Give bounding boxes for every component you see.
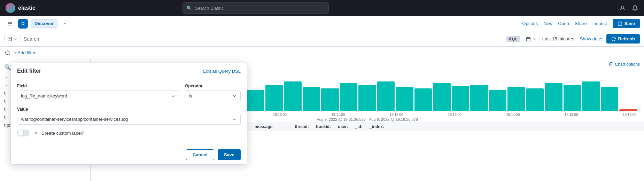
operator-select[interactable]: is [185,90,241,101]
new-link[interactable]: New [543,21,552,26]
search-input[interactable] [24,36,504,42]
time-range-label: Last 15 minutes [542,36,574,41]
modal-body: Field log_file_name.keyword Operator is [11,78,247,145]
global-search-placeholder: Search Elastic [195,6,224,11]
save-button[interactable]: Save [613,19,640,28]
value-input[interactable]: /var/log/container-services/app/containe… [17,114,241,125]
nav-bar: D Discover Options New Open Share Inspec… [0,16,644,31]
search-row: KQL Last 15 minutes Show dates Refresh [0,31,644,47]
global-search-bar[interactable]: 🔍 Search Elastic [183,2,329,14]
app-badge: D [18,19,28,29]
inspect-link[interactable]: Inspect [592,21,607,26]
elastic-logo-icon [6,3,15,13]
modal-overlay: Edit filter Edit as Query DSL Field log_… [0,59,644,181]
operator-group: Operator is [185,84,241,101]
search-type-button[interactable] [4,35,21,43]
nav-right: Options New Open Share Inspect Save [522,19,640,28]
elastic-logo-text: elastic [18,5,36,11]
custom-label-row: ✕ Create custom label? [17,129,241,136]
show-dates-link[interactable]: Show dates [580,36,604,41]
modal-footer: Cancel Save [11,145,247,164]
open-link[interactable]: Open [558,21,569,26]
field-label: Field [17,84,179,88]
user-icon[interactable] [619,5,626,11]
svg-rect-6 [527,37,530,41]
svg-point-10 [6,51,9,55]
add-filter-button[interactable]: + Add filter [14,50,36,55]
save-button-label: Save [624,21,635,26]
svg-rect-4 [8,37,12,41]
hamburger-button[interactable] [4,18,15,29]
top-bar-right [619,5,638,11]
custom-label-text: Create custom label? [41,131,84,136]
options-link[interactable]: Options [522,21,538,26]
value-row: Value /var/log/container-services/app/co… [17,107,241,125]
modal-header: Edit filter Edit as Query DSL [11,63,247,78]
refresh-button[interactable]: Refresh [606,34,640,44]
operator-chevron [232,94,237,99]
notifications-icon[interactable] [631,5,638,11]
field-select[interactable]: log_file_name.keyword [17,90,179,101]
toggle-knob [18,130,23,136]
refresh-button-label: Refresh [618,36,635,41]
share-link[interactable]: Share [575,21,587,26]
operator-select-value: is [189,93,192,99]
edit-filter-modal: Edit filter Edit as Query DSL Field log_… [10,63,247,165]
modal-fields-row: Field log_file_name.keyword Operator is [17,84,241,101]
search-icon: 🔍 [186,6,192,11]
filter-row: + Add filter [0,47,644,59]
discover-button[interactable]: Discover [31,19,57,28]
modal-save-button[interactable]: Save [218,149,241,160]
operator-label: Operator [185,84,241,88]
custom-label-toggle[interactable] [17,129,30,136]
svg-line-11 [9,54,10,55]
value-input-text: /var/log/container-services/app/containe… [21,117,128,122]
field-select-chevron [171,94,176,99]
time-filter-button[interactable] [523,35,540,43]
elastic-logo[interactable]: elastic [6,3,36,13]
cancel-button[interactable]: Cancel [186,149,214,160]
top-bar: elastic 🔍 Search Elastic [0,0,644,16]
svg-point-0 [621,6,623,8]
edit-as-dsl-link[interactable]: Edit as Query DSL [203,69,241,74]
index-pattern-icon[interactable] [4,49,11,56]
field-group: Field log_file_name.keyword [17,84,179,101]
x-icon: ✕ [34,131,38,135]
value-label: Value [17,107,241,112]
kql-badge[interactable]: KQL [506,36,520,42]
field-select-value: log_file_name.keyword [21,93,67,99]
main-content: 🔍 Filt Pop t t t t t projectname [0,59,644,181]
value-chevron [232,117,237,122]
modal-title: Edit filter [17,68,41,74]
chevron-down-icon[interactable] [60,19,70,29]
